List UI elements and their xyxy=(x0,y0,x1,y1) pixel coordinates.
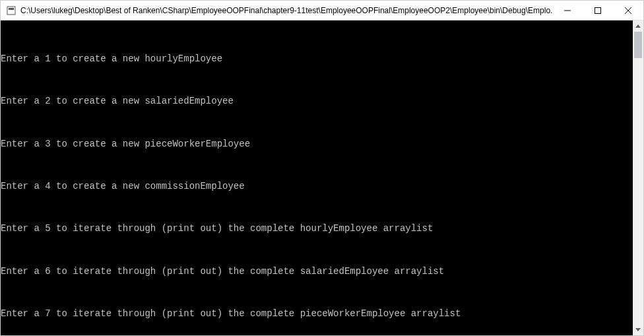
console-line: Enter a 3 to create a new pieceWorkerEmp… xyxy=(1,139,633,149)
console-window: C:\Users\lukeg\Desktop\Best of Ranken\CS… xyxy=(0,0,644,336)
window-controls xyxy=(552,1,643,20)
scroll-down-button[interactable] xyxy=(633,324,643,335)
svg-rect-1 xyxy=(9,8,14,10)
minimize-icon xyxy=(564,7,571,14)
maximize-button[interactable] xyxy=(583,1,613,20)
console-output[interactable]: Enter a 1 to create a new hourlyEmployee… xyxy=(1,20,633,335)
window-title: C:\Users\lukeg\Desktop\Best of Ranken\CS… xyxy=(20,6,552,15)
svg-rect-0 xyxy=(7,7,15,15)
maximize-icon xyxy=(595,7,601,14)
console-line: Enter a 4 to create a new commissionEmpl… xyxy=(1,181,633,191)
app-icon xyxy=(6,5,16,16)
scroll-thumb[interactable] xyxy=(634,32,642,58)
close-button[interactable] xyxy=(613,1,643,20)
vertical-scrollbar[interactable] xyxy=(633,20,643,335)
close-icon xyxy=(625,7,631,14)
console-line: Enter a 1 to create a new hourlyEmployee xyxy=(1,53,633,64)
minimize-button[interactable] xyxy=(552,1,583,20)
scroll-up-button[interactable] xyxy=(633,20,643,32)
content-wrap: Enter a 1 to create a new hourlyEmployee… xyxy=(1,20,643,335)
console-line: Enter a 5 to iterate through (print out)… xyxy=(1,223,633,234)
chevron-up-icon xyxy=(635,24,641,28)
chevron-down-icon xyxy=(635,328,641,331)
console-line: Enter a 6 to iterate through (print out)… xyxy=(1,266,633,277)
console-line: Enter a 2 to create a new salariedEmploy… xyxy=(1,96,633,106)
titlebar[interactable]: C:\Users\lukeg\Desktop\Best of Ranken\CS… xyxy=(1,1,643,20)
console-line: Enter a 7 to iterate through (print out)… xyxy=(1,308,633,319)
svg-rect-3 xyxy=(595,7,601,13)
scroll-track[interactable] xyxy=(633,32,643,324)
